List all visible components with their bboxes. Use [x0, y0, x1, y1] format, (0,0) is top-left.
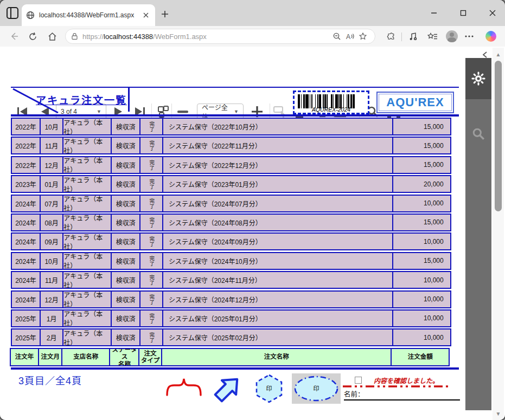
settings-menu-icon[interactable] — [462, 30, 476, 43]
cell-name: システム保守（2022年12月分） — [162, 156, 393, 174]
zoom-out-icon[interactable] — [330, 30, 343, 42]
back-icon[interactable] — [8, 30, 21, 43]
home-icon[interactable] — [46, 30, 59, 43]
cell-type: 完了 — [139, 232, 163, 250]
cell-status: 検収済 — [111, 214, 141, 231]
cell-month: 09月 — [40, 232, 64, 250]
vertical-scrollbar[interactable]: ▲ ▼ — [493, 48, 504, 420]
new-tab-button[interactable] — [161, 10, 171, 21]
cell-year: 2023年 — [11, 175, 41, 193]
company-logo-text: AQU'REX — [379, 94, 452, 111]
cell-month: 08月 — [40, 214, 64, 231]
tab-strip: localhost:44388/WebForm1.aspx — [0, 0, 505, 26]
svg-text:印: 印 — [266, 385, 272, 392]
cell-amount: 10,000 — [392, 232, 451, 250]
extensions-icon[interactable] — [383, 30, 397, 43]
cell-year: 2022年 — [11, 118, 41, 135]
cell-type: 完了 — [139, 290, 163, 308]
cell-branch: アキュラ（本社） — [62, 252, 112, 270]
table-top-rule — [11, 114, 459, 117]
favorites-icon[interactable] — [425, 30, 439, 43]
cell-year: 2024年 — [11, 195, 41, 212]
svg-text:A: A — [346, 33, 350, 41]
cell-branch: アキュラ（本社） — [62, 309, 112, 327]
cell-year: 2025年 — [11, 309, 41, 327]
page-number-text: 3頁目／全4頁 — [18, 373, 82, 387]
cell-month: 12月 — [40, 290, 64, 308]
address-input[interactable]: https://localhost:44388/WebForm1.aspx A — [65, 29, 375, 44]
cell-branch: アキュラ（本社） — [62, 328, 112, 346]
toolbar-divider — [401, 33, 402, 41]
cell-month: 01月 — [40, 175, 64, 193]
cell-branch: アキュラ（本社） — [62, 232, 112, 250]
read-aloud-icon[interactable]: A — [343, 30, 356, 42]
cell-amount: 10,000 — [392, 290, 451, 308]
settings-panel-button[interactable] — [465, 58, 491, 99]
cell-status: 検収済 — [111, 328, 141, 346]
cell-name: システム保守（2024年11月分） — [162, 271, 393, 289]
table-row: 2024年12月アキュラ（本社）検収済完了システム保守（2024年12月分）10… — [11, 290, 459, 308]
table-row: 2022年12月アキュラ（本社）検収済完了システム保守（2022年12月分）15… — [11, 156, 459, 174]
hexagon-stamp: 印 — [254, 373, 284, 404]
barcode: AQUREX-2024 — [293, 91, 369, 114]
media-hub-icon[interactable] — [406, 30, 420, 43]
table-row: 2025年1月アキュラ（本社）検収済完了システム保守（2025年01月分）10,… — [11, 309, 459, 327]
cell-status: 検収済 — [111, 156, 141, 174]
cell-name: システム保守（2024年12月分） — [162, 290, 393, 308]
page-content: 3 of 4▼ ページ全体▼ — [0, 47, 505, 420]
cell-status: 検収済 — [111, 271, 141, 289]
browser-tab[interactable]: localhost:44388/WebForm1.aspx — [22, 4, 155, 26]
profile-avatar[interactable] — [445, 30, 459, 43]
close-button[interactable] — [485, 7, 500, 20]
red-dash-line — [343, 385, 451, 388]
cell-month: 10月 — [40, 118, 64, 135]
cell-name: システム保守（2025年02月分） — [162, 328, 393, 346]
title-divider-line — [128, 88, 130, 112]
cell-status: 検収済 — [111, 232, 141, 250]
cell-year: 2024年 — [11, 232, 41, 250]
cell-type: 完了 — [139, 137, 163, 154]
cell-branch: アキュラ（本社） — [62, 214, 112, 231]
table-row: 2023年01月アキュラ（本社）検収済完了システム保守（2023年01月分）20… — [11, 175, 459, 193]
scroll-up-icon[interactable]: ▲ — [493, 49, 504, 60]
cell-branch: アキュラ（本社） — [62, 290, 112, 308]
table-rows: 2022年10月アキュラ（本社）検収済完了システム保守（2022年10月分）15… — [11, 118, 459, 348]
lock-icon[interactable] — [71, 33, 78, 40]
refresh-icon[interactable] — [26, 30, 39, 43]
workspaces-icon[interactable] — [7, 7, 18, 19]
cell-amount: 10,000 — [392, 271, 451, 289]
report-top-rule — [11, 87, 459, 88]
cell-year: 2022年 — [11, 137, 41, 154]
cell-branch: アキュラ（本社） — [62, 156, 112, 174]
header-branch-name: 支店名称 — [61, 348, 111, 366]
cell-status: 検収済 — [111, 252, 141, 270]
scroll-down-icon[interactable]: ▼ — [493, 408, 504, 419]
company-logo: AQU'REX — [376, 92, 454, 113]
name-label: 名前： — [344, 389, 365, 399]
cell-amount: 20,000 — [392, 175, 451, 193]
cell-name: システム保守（2024年10月分） — [162, 252, 393, 270]
address-bar: https://localhost:44388/WebForm1.aspx A — [0, 26, 505, 47]
scroll-thumb[interactable] — [495, 61, 502, 211]
table-row: 2022年11月アキュラ（本社）検収済完了システム保守（2022年11月分）15… — [11, 137, 459, 154]
tab-close-icon[interactable] — [141, 10, 151, 20]
cell-amount: 10,000 — [392, 328, 451, 346]
cell-month: 10月 — [40, 252, 64, 270]
header-order-year: 注文年 — [10, 348, 40, 366]
cell-branch: アキュラ（本社） — [62, 195, 112, 212]
cell-amount: 15,000 — [392, 214, 451, 231]
search-panel-button[interactable] — [465, 118, 491, 150]
minimize-button[interactable] — [427, 7, 441, 20]
cell-status: 検収済 — [111, 195, 141, 212]
report-title: アキュラ注文一覧 — [36, 92, 127, 107]
cell-type: 完了 — [139, 214, 163, 231]
copilot-icon[interactable] — [484, 30, 498, 43]
cell-year: 2024年 — [11, 290, 41, 308]
table-row: 2024年07月アキュラ（本社）検収済完了システム保守（2024年07月分）10… — [11, 195, 459, 212]
globe-icon — [26, 11, 35, 20]
maximize-button[interactable] — [456, 7, 470, 20]
cell-amount: 15,000 — [392, 156, 451, 174]
table-bottom-rule — [11, 367, 459, 370]
cell-year: 2024年 — [11, 214, 41, 231]
favorite-star-icon[interactable] — [356, 30, 369, 42]
